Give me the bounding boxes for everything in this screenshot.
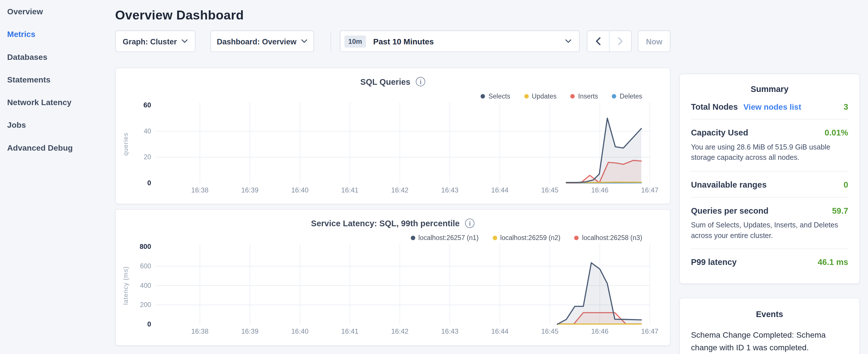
- legend-item: localhost:26257 (n1): [411, 234, 478, 242]
- svg-text:16:42: 16:42: [391, 186, 408, 194]
- summary-value: 0.01%: [825, 128, 848, 137]
- svg-text:16:46: 16:46: [591, 327, 608, 335]
- legend-label: Updates: [532, 93, 557, 100]
- chevron-down-icon: [182, 39, 188, 43]
- legend-dot-icon: [524, 94, 528, 98]
- svg-text:16:44: 16:44: [491, 186, 508, 194]
- right-column: Summary Total Nodes View nodes list 3 Ca…: [679, 74, 860, 354]
- summary-panel: Summary Total Nodes View nodes list 3 Ca…: [679, 74, 860, 284]
- legend-label: localhost:26258 (n3): [582, 234, 642, 242]
- summary-row-capacity-used: Capacity Used 0.01% You are using 28.6 M…: [691, 120, 848, 171]
- time-range-dropdown[interactable]: 10m Past 10 Minutes: [340, 30, 580, 52]
- legend-dot-icon: [480, 94, 485, 98]
- dashboard-selector-dropdown[interactable]: Dashboard: Overview: [210, 30, 314, 52]
- svg-text:16:44: 16:44: [491, 327, 508, 335]
- sidebar: Overview Metrics Databases Statements Ne…: [0, 0, 108, 159]
- chart-title: SQL Queries: [360, 77, 410, 87]
- next-timespan-button[interactable]: [610, 31, 631, 51]
- sidebar-item-statements[interactable]: Statements: [0, 68, 108, 91]
- summary-value: 46.1 ms: [817, 257, 848, 267]
- previous-timespan-button[interactable]: [587, 31, 610, 51]
- legend-dot-icon: [574, 236, 579, 240]
- svg-text:16:38: 16:38: [191, 327, 208, 335]
- info-icon[interactable]: i: [465, 219, 474, 228]
- svg-text:16:38: 16:38: [191, 186, 208, 194]
- svg-text:16:43: 16:43: [441, 186, 459, 194]
- legend-dot-icon: [612, 94, 616, 98]
- svg-text:600: 600: [140, 262, 151, 270]
- svg-text:16:40: 16:40: [291, 186, 308, 194]
- chart-legend: SelectsUpdatesInsertsDeletes: [480, 93, 642, 100]
- event-message: Schema Change Completed: Schema change w…: [691, 329, 848, 354]
- service-latency-chart-card: Service Latency: SQL, 99th percentile i …: [115, 209, 671, 346]
- svg-text:60: 60: [144, 101, 151, 109]
- legend-dot-icon: [493, 236, 497, 240]
- time-range-badge: 10m: [344, 35, 366, 47]
- svg-text:latency (ms): latency (ms): [122, 266, 129, 305]
- sidebar-item-databases[interactable]: Databases: [0, 45, 108, 68]
- graph-selector-dropdown[interactable]: Graph: Cluster: [115, 30, 195, 52]
- summary-row-p99-latency: P99 latency 46.1 ms: [691, 249, 848, 275]
- now-button[interactable]: Now: [638, 30, 671, 52]
- summary-label: Unavailable ranges: [691, 180, 767, 189]
- svg-text:16:47: 16:47: [641, 186, 658, 194]
- svg-text:800: 800: [140, 243, 151, 250]
- summary-title: Summary: [691, 84, 848, 94]
- svg-text:16:46: 16:46: [591, 186, 608, 194]
- legend-item: Selects: [480, 93, 510, 100]
- legend-item: Deletes: [612, 93, 642, 100]
- chevron-left-icon: [596, 37, 601, 45]
- summary-label: Total Nodes: [691, 102, 738, 111]
- svg-text:16:41: 16:41: [341, 327, 359, 335]
- events-title: Events: [691, 310, 848, 319]
- legend-label: Deletes: [620, 93, 643, 100]
- svg-text:16:43: 16:43: [441, 327, 459, 335]
- svg-text:16:39: 16:39: [241, 186, 258, 194]
- service-latency-chart: 16:3816:3916:4016:4116:4216:4316:4416:45…: [116, 210, 671, 346]
- svg-text:0: 0: [147, 320, 151, 328]
- time-pager: [587, 30, 631, 52]
- summary-value: 3: [844, 102, 848, 111]
- svg-text:0: 0: [147, 179, 151, 187]
- sidebar-item-overview[interactable]: Overview: [0, 0, 108, 23]
- sidebar-item-network-latency[interactable]: Network Latency: [0, 91, 108, 114]
- svg-text:16:41: 16:41: [341, 186, 359, 194]
- svg-text:16:47: 16:47: [641, 327, 658, 335]
- summary-value: 59.7: [832, 206, 848, 215]
- svg-text:20: 20: [144, 153, 151, 161]
- chevron-down-icon: [302, 39, 308, 43]
- summary-row-unavailable-ranges: Unavailable ranges 0: [691, 171, 848, 197]
- legend-item: Updates: [524, 93, 557, 100]
- chevron-down-icon: [565, 39, 571, 43]
- sql-queries-chart-card: SQL Queries i SelectsUpdatesInsertsDelet…: [115, 68, 671, 204]
- info-icon[interactable]: i: [416, 77, 426, 87]
- svg-text:16:45: 16:45: [541, 186, 558, 194]
- legend-item: localhost:26258 (n3): [574, 234, 642, 242]
- svg-text:200: 200: [140, 301, 151, 309]
- svg-text:400: 400: [140, 282, 151, 289]
- svg-text:40: 40: [144, 127, 151, 135]
- legend-label: Selects: [488, 93, 510, 100]
- legend-label: localhost:26257 (n1): [418, 234, 478, 242]
- sidebar-item-metrics[interactable]: Metrics: [0, 23, 108, 45]
- events-panel: Events Schema Change Completed: Schema c…: [679, 298, 860, 354]
- summary-label: Capacity Used: [691, 128, 748, 137]
- page-title: Overview Dashboard: [115, 0, 671, 23]
- view-nodes-list-link[interactable]: View nodes list: [743, 102, 801, 111]
- sidebar-item-jobs[interactable]: Jobs: [0, 114, 108, 136]
- summary-label: P99 latency: [691, 257, 737, 267]
- legend-dot-icon: [411, 236, 415, 240]
- legend-label: Inserts: [578, 93, 598, 100]
- svg-text:queries: queries: [122, 133, 129, 156]
- legend-item: Inserts: [570, 93, 598, 100]
- sidebar-item-advanced-debug[interactable]: Advanced Debug: [0, 136, 108, 159]
- chart-legend: localhost:26257 (n1)localhost:26259 (n2)…: [411, 234, 642, 242]
- summary-row-total-nodes: Total Nodes View nodes list 3: [691, 94, 848, 120]
- dashboard-selector-label: Dashboard: Overview: [217, 37, 296, 45]
- summary-description: You are using 28.6 MiB of 515.9 GiB usab…: [691, 142, 848, 163]
- chevron-right-icon: [618, 37, 623, 45]
- time-range-label: Past 10 Minutes: [373, 37, 565, 45]
- graph-selector-label: Graph: Cluster: [123, 37, 177, 45]
- summary-label: Queries per second: [691, 206, 769, 215]
- svg-text:16:39: 16:39: [241, 327, 258, 335]
